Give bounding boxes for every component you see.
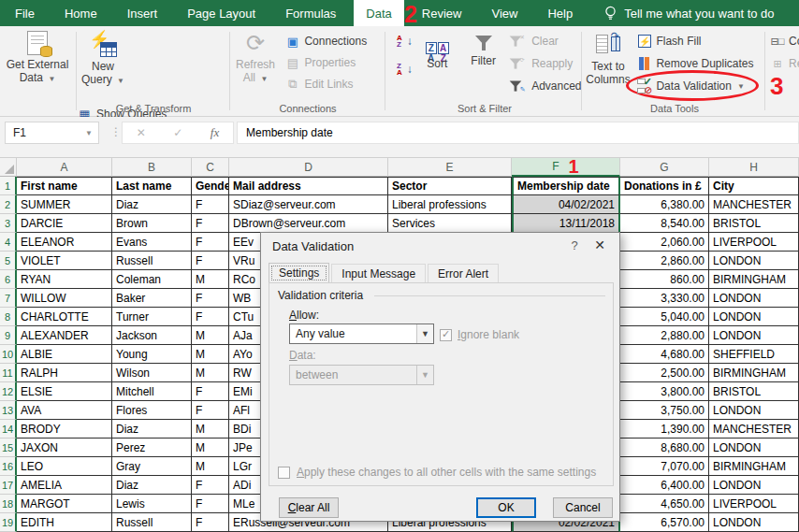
dialog-tab-error-alert[interactable]: Error Alert [428, 264, 499, 284]
table-cell[interactable]: CHARLOTTE [17, 308, 112, 326]
name-box-dropdown-icon[interactable]: ▼ [85, 129, 93, 137]
table-cell[interactable]: LONDON [709, 513, 799, 532]
table-header-cell[interactable]: First name [17, 177, 112, 195]
tab-home[interactable]: Home [52, 0, 109, 26]
row-header-18[interactable]: 18 [0, 495, 17, 513]
table-cell[interactable]: JAXON [17, 439, 112, 457]
table-cell[interactable]: SUMMER [17, 195, 112, 214]
row-header-15[interactable]: 15 [0, 439, 17, 457]
properties-button[interactable]: ▤ Properties [284, 54, 367, 71]
row-header-13[interactable]: 13 [0, 401, 17, 420]
text-to-columns-button[interactable]: ↷ Text toColumns [584, 26, 632, 99]
table-cell[interactable]: BRISTOL [709, 214, 799, 233]
tab-page-layout[interactable]: Page Layout [175, 0, 268, 26]
table-cell[interactable]: BIRMINGHAM [709, 270, 799, 289]
table-cell[interactable]: 6,380.00 [620, 195, 709, 214]
apply-changes-checkbox[interactable] [278, 467, 290, 479]
sort-descending-button[interactable]: ZA↓ [397, 61, 413, 78]
table-cell[interactable]: Jackson [112, 326, 192, 345]
column-header-h[interactable]: H [709, 158, 799, 177]
tab-view[interactable]: View [479, 0, 530, 26]
table-cell[interactable]: Diaz [112, 195, 192, 214]
dialog-help-button[interactable]: ? [567, 238, 582, 252]
table-cell[interactable]: Russell [112, 252, 192, 270]
row-header-12[interactable]: 12 [0, 382, 17, 401]
table-cell[interactable]: LONDON [709, 476, 799, 495]
remove-duplicates-button[interactable]: Remove Duplicates [636, 55, 753, 72]
table-cell[interactable]: BIRMINGHAM [709, 457, 799, 476]
table-cell[interactable]: F [192, 308, 229, 326]
table-cell[interactable]: LIVERPOOL [709, 233, 799, 252]
table-cell[interactable]: BRISTOL [709, 382, 799, 401]
tab-file[interactable]: File [3, 0, 47, 26]
reapply-filter-button[interactable]: ⟳ Reapply [509, 55, 581, 72]
connections-button[interactable]: ▣ Connections [284, 33, 367, 50]
row-header-2[interactable]: 2 [0, 195, 17, 214]
row-header-4[interactable]: 4 [0, 233, 17, 252]
table-cell[interactable]: RALPH [17, 364, 112, 382]
table-cell[interactable]: EDITH [17, 513, 112, 532]
tab-insert[interactable]: Insert [115, 0, 170, 26]
table-cell[interactable]: M [192, 270, 229, 289]
table-cell[interactable]: F [192, 513, 229, 532]
table-cell[interactable]: Young [112, 345, 192, 364]
row-header-9[interactable]: 9 [0, 326, 17, 345]
table-cell[interactable]: F [192, 401, 229, 420]
clear-filter-button[interactable]: ✕ Clear [509, 33, 581, 50]
table-cell[interactable]: DARCIE [17, 214, 112, 233]
row-header-10[interactable]: 10 [0, 345, 17, 364]
table-cell[interactable]: ELSIE [17, 382, 112, 401]
table-cell[interactable]: MARGOT [17, 495, 112, 513]
table-cell[interactable]: F [192, 476, 229, 495]
table-cell[interactable]: Lewis [112, 495, 192, 513]
table-header-cell[interactable]: Mail address [229, 177, 388, 195]
row-header-14[interactable]: 14 [0, 420, 17, 439]
name-box[interactable]: F1 ▼ [5, 122, 99, 144]
row-header-5[interactable]: 5 [0, 252, 17, 270]
table-cell[interactable]: 13/11/2018 [512, 214, 620, 233]
cancel-entry-icon[interactable]: ✕ [137, 126, 146, 139]
advanced-filter-button[interactable]: ✎ Advanced [509, 78, 581, 94]
table-cell[interactable]: F [192, 233, 229, 252]
tab-help[interactable]: Help [535, 0, 585, 26]
table-cell[interactable]: 3,750.00 [620, 401, 709, 420]
row-header-6[interactable]: 6 [0, 270, 17, 289]
table-cell[interactable]: Baker [112, 289, 192, 308]
table-cell[interactable]: BRODY [17, 420, 112, 439]
table-cell[interactable]: F [192, 382, 229, 401]
table-header-cell[interactable]: City [709, 177, 799, 195]
table-cell[interactable]: SHEFFIELD [709, 345, 799, 364]
row-header-1[interactable]: 1 [0, 177, 17, 195]
table-cell[interactable]: 8,540.00 [620, 214, 709, 233]
table-cell[interactable]: 860.00 [620, 270, 709, 289]
table-cell[interactable]: M [192, 345, 229, 364]
dialog-tab-settings[interactable]: Settings [269, 263, 329, 283]
table-header-cell[interactable]: Donations in £ [620, 177, 709, 195]
table-cell[interactable]: MANCHESTER [709, 195, 799, 214]
dialog-tab-input-message[interactable]: Input Message [331, 264, 426, 284]
table-cell[interactable]: M [192, 364, 229, 382]
row-header-11[interactable]: 11 [0, 364, 17, 382]
row-header-19[interactable]: 19 [0, 513, 17, 532]
new-query-button[interactable]: ⚡ New Query ▼ [77, 26, 129, 99]
clear-all-button[interactable]: Clear All [279, 497, 339, 518]
table-cell[interactable]: M [192, 439, 229, 457]
table-cell[interactable]: Wilson [112, 364, 192, 382]
row-header-16[interactable]: 16 [0, 457, 17, 476]
table-cell[interactable]: 2,060.00 [620, 233, 709, 252]
column-header-d[interactable]: D [229, 158, 388, 177]
table-cell[interactable]: M [192, 457, 229, 476]
filter-button[interactable]: Filter [462, 26, 505, 99]
table-cell[interactable]: Gray [112, 457, 192, 476]
cancel-button[interactable]: Cancel [553, 497, 613, 518]
table-cell[interactable]: Services [388, 214, 512, 233]
table-cell[interactable]: Brown [112, 214, 192, 233]
table-cell[interactable]: Mitchell [112, 382, 192, 401]
table-cell[interactable]: Coleman [112, 270, 192, 289]
table-cell[interactable]: 4,650.00 [620, 495, 709, 513]
table-cell[interactable]: F [192, 252, 229, 270]
table-cell[interactable]: BIRMINGHAM [709, 364, 799, 382]
sort-button[interactable]: ZAAZ Sort [416, 34, 458, 107]
get-external-data-button[interactable]: Get External Data ▼ [0, 26, 75, 99]
ok-button[interactable]: OK [476, 497, 536, 518]
